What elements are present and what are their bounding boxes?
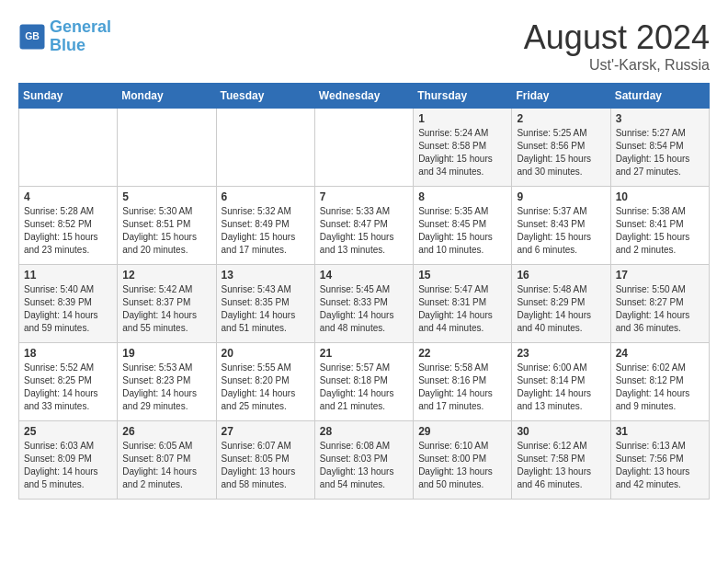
calendar-week-4: 18Sunrise: 5:52 AM Sunset: 8:25 PM Dayli… — [19, 343, 710, 421]
day-number: 19 — [122, 347, 210, 360]
day-content: Sunrise: 5:57 AM Sunset: 8:18 PM Dayligh… — [320, 362, 408, 413]
day-content: Sunrise: 6:02 AM Sunset: 8:12 PM Dayligh… — [616, 362, 704, 413]
calendar-cell: 3Sunrise: 5:27 AM Sunset: 8:54 PM Daylig… — [610, 109, 709, 187]
calendar-cell: 6Sunrise: 5:32 AM Sunset: 8:49 PM Daylig… — [216, 187, 314, 265]
day-number: 23 — [517, 347, 605, 360]
calendar-cell: 31Sunrise: 6:13 AM Sunset: 7:56 PM Dayli… — [610, 421, 709, 500]
day-number: 8 — [418, 190, 506, 203]
calendar-cell: 4Sunrise: 5:28 AM Sunset: 8:52 PM Daylig… — [19, 187, 118, 265]
day-number: 6 — [222, 190, 310, 203]
calendar-cell: 8Sunrise: 5:35 AM Sunset: 8:45 PM Daylig… — [414, 187, 512, 265]
day-number: 16 — [517, 269, 605, 282]
day-number: 25 — [24, 425, 112, 438]
calendar-cell: 10Sunrise: 5:38 AM Sunset: 8:41 PM Dayli… — [610, 187, 709, 265]
title-block: August 2024 Ust'-Karsk, Russia — [524, 18, 710, 74]
calendar-cell: 17Sunrise: 5:50 AM Sunset: 8:27 PM Dayli… — [610, 265, 709, 343]
calendar-week-3: 11Sunrise: 5:40 AM Sunset: 8:39 PM Dayli… — [19, 265, 710, 343]
calendar-cell: 1Sunrise: 5:24 AM Sunset: 8:58 PM Daylig… — [414, 109, 512, 187]
calendar-cell: 12Sunrise: 5:42 AM Sunset: 8:37 PM Dayli… — [118, 265, 216, 343]
page-header: GB GeneralBlue August 2024 Ust'-Karsk, R… — [18, 18, 710, 74]
calendar-cell: 7Sunrise: 5:33 AM Sunset: 8:47 PM Daylig… — [314, 187, 413, 265]
calendar-cell: 19Sunrise: 5:53 AM Sunset: 8:23 PM Dayli… — [118, 343, 216, 421]
weekday-wednesday: Wednesday — [314, 84, 413, 109]
calendar-cell: 27Sunrise: 6:07 AM Sunset: 8:05 PM Dayli… — [216, 421, 314, 500]
day-number: 18 — [24, 347, 112, 360]
day-number: 10 — [616, 190, 704, 203]
day-content: Sunrise: 6:10 AM Sunset: 8:00 PM Dayligh… — [418, 440, 506, 491]
weekday-tuesday: Tuesday — [216, 84, 314, 109]
day-number: 5 — [122, 190, 210, 203]
calendar-cell: 23Sunrise: 6:00 AM Sunset: 8:14 PM Dayli… — [512, 343, 610, 421]
day-number: 7 — [320, 190, 408, 203]
calendar-cell — [216, 109, 314, 187]
day-number: 30 — [517, 425, 605, 438]
day-content: Sunrise: 5:35 AM Sunset: 8:45 PM Dayligh… — [418, 205, 506, 257]
day-number: 1 — [418, 112, 506, 125]
day-content: Sunrise: 5:28 AM Sunset: 8:52 PM Dayligh… — [24, 205, 112, 257]
day-content: Sunrise: 5:47 AM Sunset: 8:31 PM Dayligh… — [418, 283, 506, 335]
logo: GB GeneralBlue — [18, 18, 111, 55]
day-content: Sunrise: 5:37 AM Sunset: 8:43 PM Dayligh… — [517, 205, 605, 257]
calendar-week-2: 4Sunrise: 5:28 AM Sunset: 8:52 PM Daylig… — [19, 187, 710, 265]
calendar-cell: 9Sunrise: 5:37 AM Sunset: 8:43 PM Daylig… — [512, 187, 610, 265]
logo-text: GeneralBlue — [50, 18, 111, 55]
day-number: 20 — [222, 347, 310, 360]
calendar-cell: 24Sunrise: 6:02 AM Sunset: 8:12 PM Dayli… — [610, 343, 709, 421]
calendar-cell: 20Sunrise: 5:55 AM Sunset: 8:20 PM Dayli… — [216, 343, 314, 421]
day-content: Sunrise: 6:00 AM Sunset: 8:14 PM Dayligh… — [517, 362, 605, 413]
calendar-cell: 25Sunrise: 6:03 AM Sunset: 8:09 PM Dayli… — [19, 421, 118, 500]
day-number: 11 — [24, 269, 112, 282]
day-number: 27 — [222, 425, 310, 438]
day-content: Sunrise: 6:03 AM Sunset: 8:09 PM Dayligh… — [24, 440, 112, 491]
day-content: Sunrise: 5:38 AM Sunset: 8:41 PM Dayligh… — [616, 205, 704, 257]
svg-text:GB: GB — [25, 30, 40, 41]
day-content: Sunrise: 5:50 AM Sunset: 8:27 PM Dayligh… — [616, 283, 704, 335]
day-number: 21 — [320, 347, 408, 360]
calendar-cell — [118, 109, 216, 187]
calendar-cell: 2Sunrise: 5:25 AM Sunset: 8:56 PM Daylig… — [512, 109, 610, 187]
day-content: Sunrise: 5:53 AM Sunset: 8:23 PM Dayligh… — [122, 362, 210, 413]
day-content: Sunrise: 5:55 AM Sunset: 8:20 PM Dayligh… — [222, 362, 310, 413]
calendar-week-1: 1Sunrise: 5:24 AM Sunset: 8:58 PM Daylig… — [19, 109, 710, 187]
day-content: Sunrise: 6:07 AM Sunset: 8:05 PM Dayligh… — [222, 440, 310, 491]
calendar-week-5: 25Sunrise: 6:03 AM Sunset: 8:09 PM Dayli… — [19, 421, 710, 500]
day-content: Sunrise: 6:05 AM Sunset: 8:07 PM Dayligh… — [122, 440, 210, 491]
day-content: Sunrise: 6:13 AM Sunset: 7:56 PM Dayligh… — [616, 440, 704, 491]
day-number: 4 — [24, 190, 112, 203]
day-content: Sunrise: 5:45 AM Sunset: 8:33 PM Dayligh… — [320, 283, 408, 335]
calendar-cell: 22Sunrise: 5:58 AM Sunset: 8:16 PM Dayli… — [414, 343, 512, 421]
day-number: 14 — [320, 269, 408, 282]
weekday-friday: Friday — [512, 84, 610, 109]
day-number: 28 — [320, 425, 408, 438]
calendar-cell: 18Sunrise: 5:52 AM Sunset: 8:25 PM Dayli… — [19, 343, 118, 421]
calendar-cell: 5Sunrise: 5:30 AM Sunset: 8:51 PM Daylig… — [118, 187, 216, 265]
month-title: August 2024 — [524, 18, 710, 57]
calendar-cell: 30Sunrise: 6:12 AM Sunset: 7:58 PM Dayli… — [512, 421, 610, 500]
day-number: 9 — [517, 190, 605, 203]
day-content: Sunrise: 6:08 AM Sunset: 8:03 PM Dayligh… — [320, 440, 408, 491]
day-content: Sunrise: 5:40 AM Sunset: 8:39 PM Dayligh… — [24, 283, 112, 335]
day-content: Sunrise: 5:25 AM Sunset: 8:56 PM Dayligh… — [517, 127, 605, 178]
day-number: 31 — [616, 425, 704, 438]
day-number: 15 — [418, 269, 506, 282]
day-number: 3 — [616, 112, 704, 125]
day-number: 17 — [616, 269, 704, 282]
calendar-cell: 16Sunrise: 5:48 AM Sunset: 8:29 PM Dayli… — [512, 265, 610, 343]
calendar-cell: 15Sunrise: 5:47 AM Sunset: 8:31 PM Dayli… — [414, 265, 512, 343]
day-content: Sunrise: 5:42 AM Sunset: 8:37 PM Dayligh… — [122, 283, 210, 335]
day-content: Sunrise: 5:27 AM Sunset: 8:54 PM Dayligh… — [616, 127, 704, 178]
day-content: Sunrise: 6:12 AM Sunset: 7:58 PM Dayligh… — [517, 440, 605, 491]
calendar-cell: 28Sunrise: 6:08 AM Sunset: 8:03 PM Dayli… — [314, 421, 413, 500]
day-number: 13 — [222, 269, 310, 282]
day-content: Sunrise: 5:43 AM Sunset: 8:35 PM Dayligh… — [222, 283, 310, 335]
day-content: Sunrise: 5:32 AM Sunset: 8:49 PM Dayligh… — [222, 205, 310, 257]
calendar-cell: 29Sunrise: 6:10 AM Sunset: 8:00 PM Dayli… — [414, 421, 512, 500]
day-number: 29 — [418, 425, 506, 438]
day-content: Sunrise: 5:30 AM Sunset: 8:51 PM Dayligh… — [122, 205, 210, 257]
logo-icon: GB — [18, 23, 46, 51]
day-content: Sunrise: 5:48 AM Sunset: 8:29 PM Dayligh… — [517, 283, 605, 335]
day-number: 22 — [418, 347, 506, 360]
calendar-cell — [19, 109, 118, 187]
calendar-cell: 26Sunrise: 6:05 AM Sunset: 8:07 PM Dayli… — [118, 421, 216, 500]
calendar-cell — [314, 109, 413, 187]
